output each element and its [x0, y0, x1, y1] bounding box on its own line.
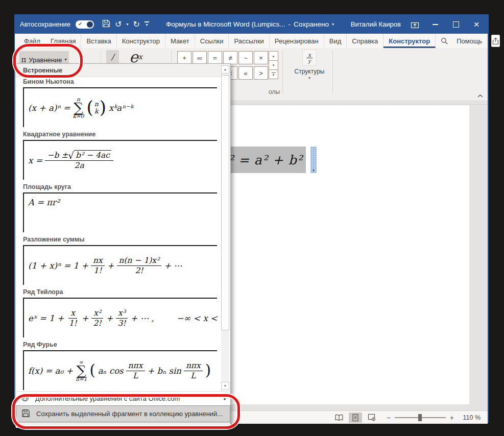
window-title: Формулы в Microsoft Word (Lumpics... - С…: [166, 20, 334, 28]
saved-status[interactable]: Сохранено: [294, 20, 329, 28]
undo-icon[interactable]: ↺: [115, 20, 122, 29]
redo-icon[interactable]: ↻: [133, 20, 140, 29]
title-dash: -: [289, 20, 291, 28]
ribbon-display-options-icon[interactable]: [409, 18, 421, 31]
ribbon-tab-row: Файл Главная Вставка Конструктор Макет С…: [15, 34, 488, 48]
gallery-scrollbar[interactable]: ▲ ▼: [221, 65, 229, 390]
collapse-ribbon-icon[interactable]: [477, 91, 484, 100]
gallery-item-quadratic[interactable]: Квадратное уравнение x = −b ± √ b² − 4ac…: [23, 131, 217, 180]
tab-insert[interactable]: Вставка: [81, 34, 116, 48]
toggle-knob: [87, 21, 93, 28]
clipped-menu-item: [16, 422, 230, 428]
zoom-in-button[interactable]: +: [450, 414, 454, 422]
gallery-scroll-up-icon[interactable]: ▲: [221, 65, 229, 74]
fraction-structure-icon: x y: [302, 50, 317, 66]
symbols-more-icon[interactable]: ▼: [269, 69, 278, 79]
symbols-scroll-down-icon[interactable]: ▼: [269, 60, 278, 70]
equation-dropdown-handle[interactable]: ▾: [310, 147, 317, 173]
symbol-times[interactable]: ×: [254, 51, 268, 64]
globe-icon: [21, 394, 29, 403]
more-equations-menu-item[interactable]: Дополнительные уравнения с сайта Office.…: [16, 392, 230, 405]
print-layout-icon[interactable]: [349, 413, 362, 423]
tab-equation-design-active[interactable]: Конструктор: [383, 34, 436, 48]
tab-help[interactable]: Справка: [347, 34, 383, 48]
equation-button-caret: ▾: [64, 58, 66, 62]
symbol-muchless[interactable]: «: [238, 66, 253, 80]
search-icon[interactable]: [441, 37, 448, 45]
structures-button[interactable]: x y Структуры ▾: [291, 50, 328, 80]
gallery-item-fourier-series[interactable]: Ряд Фурье f(x) = a₀ + ∞ ∑ n=1 ( aₙ cos n…: [23, 341, 217, 390]
gallery-item-sum-expansion[interactable]: Разложение суммы (1 + x)ⁿ = 1 + nx1! + n…: [23, 236, 217, 285]
symbols-group-label: олы: [269, 88, 280, 95]
tab-layout[interactable]: Макет: [165, 34, 195, 48]
gallery-item-circle-area[interactable]: Площадь круга A = πr²: [23, 183, 217, 232]
quick-access-toolbar: ↺ ▾ ↻ ▾: [102, 19, 149, 29]
structures-label: Структуры: [295, 68, 325, 75]
zoom-slider[interactable]: [395, 417, 446, 418]
structures-caret: ▾: [308, 76, 310, 80]
screenshot-root: Автосохранение ✓ ↺ ▾ ↻ ▾ Формулы в Micro…: [0, 0, 504, 436]
tab-design[interactable]: Конструктор: [117, 34, 165, 48]
zoom-level[interactable]: 110 %: [459, 414, 481, 421]
gallery-header: Встроенные: [16, 64, 230, 77]
tab-mailings[interactable]: Рассылки: [229, 34, 269, 48]
gallery-item-taylor-series[interactable]: Ряд Тейлора eˣ = 1 + x1! + x²2! + x³3! +…: [23, 288, 217, 337]
selected-equation[interactable]: ² = a² + b²: [226, 147, 306, 173]
zoom-out-button[interactable]: −: [387, 414, 391, 422]
equation-gallery-dropdown: Встроенные Бином Ньютона (x + a)ⁿ = n ∑ …: [15, 63, 231, 427]
equation-button-label: Уравнение: [29, 56, 62, 64]
tab-assistant[interactable]: Помощь: [451, 34, 487, 48]
save-selection-menu-item[interactable]: Сохранить выделенный фрагмент в коллекци…: [16, 405, 230, 422]
symbol-equals[interactable]: =: [208, 51, 222, 64]
share-button[interactable]: [491, 35, 500, 47]
save-gallery-icon: [21, 409, 30, 419]
gallery-scroll-down-icon[interactable]: ▼: [221, 382, 229, 390]
autosave-toggle[interactable]: ✓: [76, 20, 94, 29]
submenu-arrow-icon: ▸: [224, 396, 226, 401]
symbol-plus[interactable]: +: [177, 51, 191, 64]
symbols-scroll-up-icon[interactable]: ▲: [269, 51, 278, 61]
tab-references[interactable]: Ссылки: [195, 34, 229, 48]
autosave-label: Автосохранение: [20, 20, 70, 28]
close-button[interactable]: ×: [470, 18, 483, 31]
title-bar: Автосохранение ✓ ↺ ▾ ↻ ▾ Формулы в Micro…: [15, 15, 488, 34]
undo-dropdown-caret[interactable]: ▾: [127, 22, 129, 27]
tab-file[interactable]: Файл: [19, 34, 45, 48]
gallery-scrollbar-thumb[interactable]: [221, 75, 229, 330]
read-mode-icon[interactable]: [332, 413, 346, 423]
gallery-footer: Дополнительные уравнения с сайта Office.…: [16, 391, 230, 428]
user-name[interactable]: Виталий Каиров: [351, 20, 401, 28]
titlebar-right: Виталий Каиров ×: [351, 18, 483, 31]
maximize-button[interactable]: [450, 18, 462, 31]
saved-status-caret[interactable]: ▾: [332, 22, 334, 27]
minimize-button[interactable]: [429, 18, 442, 31]
tab-review[interactable]: Рецензирован: [270, 34, 324, 48]
gallery-item-binomial[interactable]: Бином Ньютона (x + a)ⁿ = n ∑ k=0 ( n k ): [23, 78, 217, 127]
zoom-slider-thumb[interactable]: [418, 414, 422, 421]
symbol-tilde[interactable]: ~: [238, 51, 253, 64]
check-icon: ✓: [78, 21, 82, 27]
web-layout-icon[interactable]: [365, 413, 378, 423]
symbol-greater[interactable]: >: [254, 66, 268, 80]
symbol-infinity[interactable]: ∞: [193, 51, 207, 64]
document-title: Формулы в Microsoft Word (Lumpics...: [166, 20, 285, 28]
customize-qat-icon[interactable]: ▾: [145, 21, 149, 27]
symbol-notequal[interactable]: ≠: [223, 51, 237, 64]
tab-view[interactable]: Вид: [324, 34, 347, 48]
tab-home[interactable]: Главная: [45, 34, 81, 48]
symbols-scroll-control: ▲ ▼ ▼: [269, 51, 277, 79]
save-icon[interactable]: [102, 19, 110, 29]
fraction-tool-button[interactable]: /: [106, 50, 119, 63]
zoom-control: − +: [387, 414, 454, 422]
